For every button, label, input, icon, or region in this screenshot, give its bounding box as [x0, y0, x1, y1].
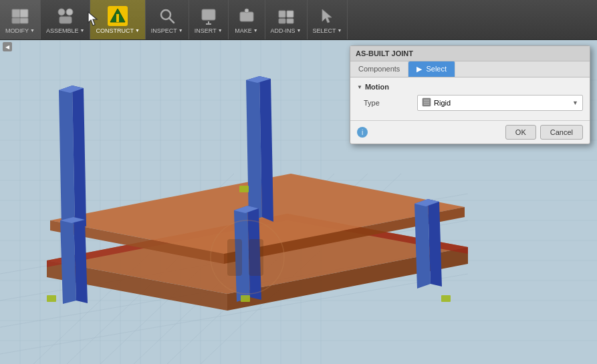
svg-rect-19 [287, 19, 293, 23]
svg-point-15 [245, 9, 249, 13]
main-toolbar: MODIFY▼ ASSEMBLE▼ CONSTRUCT▼ [0, 0, 597, 40]
construct-icon [108, 6, 128, 26]
type-field-row: Type Rigid ▼ [357, 95, 583, 111]
cancel-button[interactable]: Cancel [540, 125, 583, 140]
svg-rect-18 [279, 19, 285, 23]
svg-marker-74 [246, 76, 262, 221]
toolbar-modify[interactable]: MODIFY▼ [0, 0, 41, 39]
svg-marker-80 [414, 199, 431, 289]
type-icon [422, 98, 431, 108]
dialog-title-bar: AS-BUILT JOINT [350, 46, 590, 61]
assemble-label: ASSEMBLE▼ [46, 27, 84, 34]
toolbar-assemble[interactable]: ASSEMBLE▼ [41, 0, 90, 39]
svg-rect-86 [47, 295, 56, 302]
svg-rect-11 [202, 9, 215, 20]
svg-rect-6 [59, 17, 72, 23]
svg-rect-3 [20, 18, 28, 23]
dialog-title-text: AS-BUILT JOINT [356, 49, 413, 57]
svg-rect-88 [441, 295, 451, 302]
toolbar-make[interactable]: MAKE▼ [229, 0, 265, 39]
make-label: MAKE▼ [235, 27, 257, 34]
select-label: SELECT▼ [313, 27, 342, 34]
svg-rect-87 [241, 295, 250, 302]
svg-point-5 [66, 9, 73, 15]
toolbar-select[interactable]: SELECT▼ [308, 0, 348, 39]
svg-line-10 [169, 18, 174, 23]
addins-label: ADD-INS▼ [271, 27, 302, 34]
svg-rect-2 [12, 18, 20, 23]
modify-icon [10, 6, 30, 26]
construct-label: CONSTRUCT▼ [96, 27, 139, 34]
svg-marker-20 [322, 9, 332, 23]
svg-point-4 [58, 9, 65, 15]
ok-button[interactable]: OK [505, 125, 536, 140]
make-icon [237, 6, 257, 26]
sub-toolbar-btn-1[interactable]: ◀ [3, 42, 12, 51]
motion-section-header: ▼ Motion [357, 83, 583, 91]
modify-label: MODIFY▼ [5, 27, 35, 34]
insert-icon [199, 6, 219, 26]
svg-rect-17 [287, 11, 293, 17]
svg-rect-16 [279, 11, 285, 17]
select-tab-icon: ▶ [416, 65, 422, 73]
svg-rect-91 [249, 239, 263, 276]
svg-marker-77 [60, 217, 76, 304]
dialog-action-buttons: OK Cancel [505, 125, 583, 140]
toolbar-addins[interactable]: ADD-INS▼ [265, 0, 308, 39]
inspect-icon [157, 6, 177, 26]
toolbar-insert[interactable]: INSERT▼ [189, 0, 229, 39]
svg-marker-71 [59, 85, 75, 228]
inspect-label: INSPECT▼ [151, 27, 183, 34]
dialog-tabs: Components ▶ Select [350, 61, 590, 77]
as-built-joint-dialog: AS-BUILT JOINT Components ▶ Select ▼ Mot… [350, 45, 590, 144]
toolbar-construct[interactable]: CONSTRUCT▼ [90, 0, 145, 39]
dialog-footer: i OK Cancel [350, 120, 590, 144]
tab-components[interactable]: Components [350, 61, 408, 77]
select-icon [318, 6, 338, 26]
toolbar-inspect[interactable]: INSPECT▼ [146, 0, 189, 39]
type-dropdown-arrow: ▼ [572, 100, 578, 106]
svg-rect-8 [116, 14, 119, 22]
svg-rect-14 [240, 12, 253, 21]
svg-rect-0 [12, 9, 20, 17]
section-triangle-icon: ▼ [357, 84, 362, 90]
dialog-content: ▼ Motion Type Rigid ▼ [350, 77, 590, 120]
type-label: Type [364, 99, 417, 107]
insert-label: INSERT▼ [195, 27, 223, 34]
info-button[interactable]: i [357, 127, 368, 138]
svg-rect-1 [20, 9, 28, 17]
svg-rect-90 [227, 239, 242, 276]
assemble-icon [55, 6, 76, 26]
addins-icon [276, 6, 296, 26]
type-dropdown[interactable]: Rigid ▼ [417, 95, 583, 111]
tab-select[interactable]: ▶ Select [408, 61, 455, 77]
svg-rect-89 [239, 186, 249, 192]
sub-toolbar: ◀ [0, 40, 15, 53]
